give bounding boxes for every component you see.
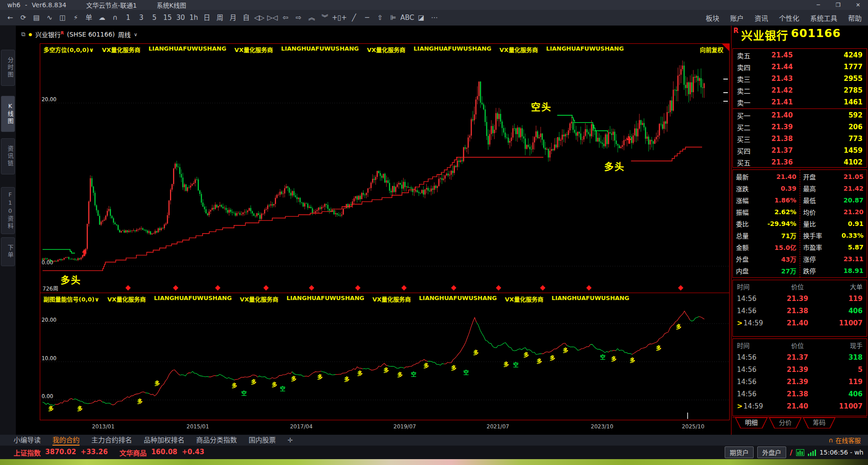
page-left-icon[interactable]: ⇦ bbox=[279, 10, 292, 25]
price-adjust-mode[interactable]: 向前复权 bbox=[700, 45, 723, 54]
main-ytick-label: 0.00 bbox=[42, 259, 53, 266]
sidebar-item-time-chart[interactable]: 分时图 bbox=[1, 50, 15, 86]
detail-tab-2[interactable]: 筹码 bbox=[803, 418, 835, 428]
menu-personalize[interactable]: 个性化 bbox=[779, 13, 799, 23]
sidebar-item-kline[interactable]: K线图 bbox=[1, 96, 15, 132]
menu-news[interactable]: 资讯 bbox=[755, 13, 768, 23]
kline-chart-area[interactable]: 20.000.0020.0010.000.00726周多头空头多头多多多多多多多… bbox=[40, 43, 730, 435]
table-row: 14:5621.38406 bbox=[733, 388, 867, 400]
scale-down-icon[interactable]: ︾ bbox=[318, 10, 331, 25]
kline-icon[interactable]: ◫ bbox=[56, 10, 69, 25]
tab-editor-guide[interactable]: 小编导读 bbox=[14, 435, 41, 446]
bear-signal-label: 空 bbox=[241, 390, 247, 397]
period-day[interactable]: 日 bbox=[200, 10, 213, 25]
marker-dot-icon: ● bbox=[28, 32, 32, 37]
bid-row[interactable]: 买一21.40592 bbox=[733, 109, 867, 121]
zoom-out-icon[interactable]: ◁▷ bbox=[253, 10, 266, 25]
period-custom[interactable]: 自 bbox=[240, 10, 253, 25]
maximize-button[interactable]: ❐ bbox=[828, 0, 848, 10]
bid-row[interactable]: 买三21.38773 bbox=[733, 133, 867, 145]
tab-weighted-rank[interactable]: 品种加权排名 bbox=[144, 435, 184, 446]
bid-row[interactable]: 买五21.364102 bbox=[733, 156, 867, 168]
sub-signal-line bbox=[388, 366, 404, 368]
scale-up-icon[interactable]: ︽ bbox=[305, 10, 318, 25]
refresh-icon[interactable]: ⟳ bbox=[17, 10, 30, 25]
trend-line-icon[interactable]: ╱ bbox=[347, 10, 360, 25]
period-1h[interactable]: 1h bbox=[187, 10, 200, 25]
x-tick-label: 2019/07 bbox=[393, 423, 416, 430]
tick-icon[interactable]: ⚡ bbox=[69, 10, 82, 25]
bid-ask-divider bbox=[733, 108, 867, 109]
period-1min[interactable]: 1 bbox=[122, 10, 135, 25]
minimize-button[interactable]: ─ bbox=[808, 0, 828, 10]
sidebar-item-news-chain[interactable]: 资讯链 bbox=[1, 138, 15, 174]
period-month[interactable]: 月 bbox=[226, 10, 240, 25]
horizontal-line-icon[interactable]: ─ bbox=[360, 10, 373, 25]
ask-row[interactable]: 卖二21.422785 bbox=[733, 85, 867, 96]
insert-indicator-icon[interactable]: +▯+ bbox=[331, 10, 347, 25]
order-icon[interactable]: 单 bbox=[82, 10, 95, 25]
back-icon[interactable]: ← bbox=[4, 10, 17, 25]
menu-sectors[interactable]: 板块 bbox=[706, 13, 719, 23]
table-row: >14:5921.4011007 bbox=[733, 400, 867, 412]
ask-row[interactable]: 卖五21.454249 bbox=[733, 49, 867, 61]
online-service-button[interactable]: ∩在线客服 bbox=[829, 436, 861, 445]
tab-commodity-index[interactable]: 商品分类指数 bbox=[196, 435, 237, 446]
arrow-mark-icon[interactable]: ⇧ bbox=[373, 10, 387, 25]
external-account-button[interactable]: 外盘户 bbox=[757, 446, 786, 458]
detail-tab-1[interactable]: 分价 bbox=[769, 418, 802, 428]
close-button[interactable]: ✕ bbox=[848, 0, 868, 10]
chevron-down-icon[interactable]: ∨ bbox=[134, 32, 137, 38]
tab-domestic-stocks[interactable]: 国内股票 bbox=[249, 435, 276, 446]
table-row: 14:5621.37318 bbox=[733, 351, 867, 363]
bull-signal-label: 多 bbox=[676, 324, 681, 330]
quote-stats: 最新21.40涨跌0.39涨幅1.86%振幅2.62%委比-29.94%总量71… bbox=[732, 169, 867, 278]
measure-icon[interactable]: ⊫ bbox=[387, 10, 400, 25]
bid-row[interactable]: 买二21.39206 bbox=[733, 121, 867, 133]
period-30min[interactable]: 30 bbox=[174, 10, 187, 25]
bull-signal-label: 多 bbox=[291, 376, 297, 382]
kline-chart[interactable]: 20.000.0020.0010.000.00726周多头空头多头多多多多多多多… bbox=[40, 43, 730, 435]
bid-row[interactable]: 买四21.371459 bbox=[733, 145, 867, 156]
index-quote: 上证指数3870.02+33.26 bbox=[14, 448, 108, 457]
stat-row: 最高21.42 bbox=[803, 183, 864, 194]
menu-account[interactable]: 账户 bbox=[730, 13, 744, 23]
symbol-code: (SHSE 601166) bbox=[67, 31, 115, 38]
title-separator: - bbox=[25, 1, 27, 9]
bar-count-label: 726周 bbox=[42, 286, 58, 292]
cloud-trade-icon[interactable]: ☁ bbox=[95, 10, 108, 25]
tab-my-contracts[interactable]: 我的合约 bbox=[52, 435, 80, 446]
eraser-icon[interactable]: ◪ bbox=[415, 10, 428, 25]
ask-row[interactable]: 卖四21.441777 bbox=[733, 61, 867, 73]
menu-help[interactable]: 帮助 bbox=[848, 13, 862, 23]
sidebar-item-f10[interactable]: F10资料 bbox=[1, 187, 15, 234]
stat-row: 量比0.91 bbox=[803, 218, 864, 230]
period-15min[interactable]: 15 bbox=[161, 10, 174, 25]
period-5min[interactable]: 5 bbox=[148, 10, 161, 25]
chart-tab[interactable]: ⧉ ● 兴业银行R (SHSE 601166) 周线 ∨ bbox=[16, 28, 137, 41]
tick-table: 时间 价位 现手 14:5621.3731814:5621.39514:5621… bbox=[732, 338, 867, 416]
sub-ytick-label: 10.00 bbox=[42, 355, 57, 362]
period-week[interactable]: 周 bbox=[213, 10, 226, 25]
menu-system-tools[interactable]: 系统工具 bbox=[810, 13, 837, 23]
bull-signal-label: 多 bbox=[473, 349, 478, 356]
report-icon[interactable]: ▤ bbox=[30, 10, 43, 25]
tab-main-contract-rank[interactable]: 主力合约排名 bbox=[91, 435, 132, 446]
index-name: 文华商品 bbox=[119, 448, 146, 457]
period-label[interactable]: 周线 bbox=[118, 30, 131, 39]
time-line-icon[interactable]: ∿ bbox=[43, 10, 56, 25]
x-tick-label: 2021/07 bbox=[486, 423, 509, 430]
sidebar-item-order[interactable]: 下单 bbox=[1, 237, 15, 266]
zoom-in-icon[interactable]: ▷◁ bbox=[266, 10, 279, 25]
text-label-icon[interactable]: ABC bbox=[400, 10, 415, 25]
add-tab-button[interactable]: ✛ bbox=[288, 437, 293, 444]
more-tools-icon[interactable]: ⋯ bbox=[428, 10, 441, 25]
futures-account-button[interactable]: 期货户 bbox=[725, 446, 754, 458]
sub-signal-line bbox=[191, 371, 209, 377]
alert-icon[interactable]: ∩ bbox=[108, 10, 122, 25]
detail-tab-0[interactable]: 明细 bbox=[735, 418, 768, 428]
page-right-icon[interactable]: ⇨ bbox=[292, 10, 305, 25]
ask-row[interactable]: 卖一21.411461 bbox=[733, 96, 867, 108]
ask-row[interactable]: 卖三21.432955 bbox=[733, 73, 867, 85]
period-3min[interactable]: 3 bbox=[135, 10, 148, 25]
